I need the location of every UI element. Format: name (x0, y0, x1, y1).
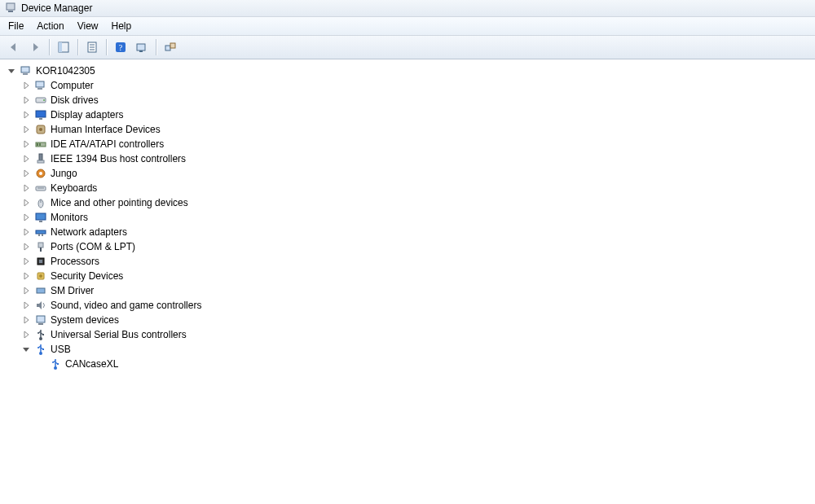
node-label: KOR1042305 (34, 64, 95, 78)
menu-help[interactable]: Help (105, 17, 139, 35)
expander-closed[interactable] (20, 138, 33, 151)
view-devices-button[interactable] (161, 37, 180, 57)
tree-node-cat-13[interactable]: Security Devices (2, 269, 813, 283)
expander-closed[interactable] (20, 94, 33, 107)
usb-icon (34, 328, 47, 341)
tree-node-cat-7[interactable]: Keyboards (2, 181, 813, 195)
node-label: Sound, video and game controllers (49, 298, 201, 313)
svg-rect-11 (139, 50, 143, 52)
tree-node-root[interactable]: KOR1042305 (2, 64, 813, 78)
title-bar: Device Manager (0, 0, 815, 17)
indent (2, 129, 20, 130)
indent (2, 364, 34, 365)
expander-open[interactable] (20, 343, 33, 356)
svg-rect-0 (7, 3, 15, 10)
node-label: Mice and other pointing devices (49, 195, 188, 210)
indent (2, 115, 20, 116)
tree-node-cat-9[interactable]: Monitors (2, 210, 813, 225)
expander-closed[interactable] (20, 167, 33, 180)
tree-node-child-18-0[interactable]: CANcaseXL (2, 357, 813, 371)
indent (2, 335, 20, 335)
tree-node-cat-2[interactable]: Display adapters (2, 107, 813, 122)
menu-label: Action (37, 20, 64, 32)
tree-node-cat-16[interactable]: System devices (2, 313, 813, 327)
expander-closed[interactable] (20, 328, 33, 341)
tree-node-cat-14[interactable]: SM Driver (2, 283, 813, 298)
expander-closed[interactable] (20, 255, 33, 268)
svg-point-19 (43, 99, 45, 101)
back-button[interactable] (4, 37, 24, 57)
menu-action[interactable]: Action (30, 17, 70, 35)
svg-rect-46 (37, 288, 45, 293)
menu-view[interactable]: View (71, 17, 105, 35)
properties-button[interactable] (82, 37, 102, 57)
svg-rect-43 (39, 260, 42, 263)
tree-node-cat-4[interactable]: IDE ATA/ATAPI controllers (2, 137, 813, 151)
show-hide-tree-button[interactable] (54, 37, 73, 57)
svg-rect-28 (37, 160, 44, 163)
forward-button[interactable] (25, 37, 45, 57)
svg-point-49 (39, 337, 42, 340)
indent (2, 305, 20, 306)
node-label: Keyboards (49, 181, 97, 195)
jungo-icon (34, 167, 47, 180)
sm-icon (34, 284, 47, 297)
expander-closed[interactable] (20, 226, 33, 239)
expander-closed[interactable] (20, 108, 33, 121)
expander-closed[interactable] (20, 152, 33, 165)
expander-open[interactable] (5, 64, 18, 77)
expander-closed[interactable] (20, 196, 33, 209)
svg-rect-14 (21, 67, 29, 72)
expander-closed[interactable] (20, 284, 33, 297)
tree-node-cat-8[interactable]: Mice and other pointing devices (2, 195, 813, 210)
security-icon (34, 270, 47, 283)
expander-closed[interactable] (20, 79, 33, 92)
node-label: Display adapters (49, 107, 123, 122)
indent (2, 144, 20, 145)
svg-point-45 (39, 274, 42, 278)
svg-point-30 (39, 172, 42, 175)
indent (2, 320, 20, 321)
menu-file[interactable]: File (2, 17, 30, 35)
tree-view[interactable]: KOR1042305ComputerDisk drivesDisplay ada… (0, 59, 815, 504)
tree-node-cat-1[interactable]: Disk drives (2, 93, 813, 107)
expander-none (34, 357, 47, 370)
firewire-icon (34, 152, 47, 165)
toolbar-separator (106, 39, 107, 55)
node-label: Network adapters (49, 225, 127, 239)
expander-closed[interactable] (20, 211, 33, 224)
indent (2, 349, 20, 350)
expander-closed[interactable] (20, 270, 33, 283)
tree-node-cat-5[interactable]: IEEE 1394 Bus host controllers (2, 151, 813, 166)
scan-hardware-button[interactable] (132, 37, 152, 57)
indent (2, 159, 20, 160)
indent (2, 85, 20, 86)
svg-rect-1 (8, 11, 13, 12)
properties-icon (86, 41, 99, 54)
node-label: Disk drives (49, 93, 99, 107)
tree-node-cat-11[interactable]: Ports (COM & LPT) (2, 239, 813, 254)
tree-node-cat-10[interactable]: Network adapters (2, 225, 813, 239)
svg-rect-51 (42, 334, 44, 335)
expander-closed[interactable] (20, 313, 33, 327)
expander-closed[interactable] (20, 123, 33, 136)
help-button[interactable]: ? (111, 37, 130, 57)
expander-closed[interactable] (20, 240, 33, 253)
tree-node-cat-17[interactable]: Universal Serial Bus controllers (2, 327, 813, 342)
expander-closed[interactable] (20, 299, 33, 312)
sound-icon (34, 299, 47, 312)
svg-rect-10 (137, 44, 145, 50)
svg-rect-38 (38, 234, 40, 236)
usb-blue-icon (49, 357, 62, 370)
keyboard-icon (34, 182, 47, 195)
tree-node-cat-12[interactable]: Processors (2, 254, 813, 269)
expander-closed[interactable] (20, 182, 33, 195)
tree-node-cat-0[interactable]: Computer (2, 78, 813, 93)
tree-node-cat-18[interactable]: USB (2, 342, 813, 357)
tree-node-cat-3[interactable]: Human Interface Devices (2, 122, 813, 137)
usb-blue-icon (34, 343, 47, 356)
indent (2, 173, 20, 174)
tree-node-cat-6[interactable]: Jungo (2, 166, 813, 181)
svg-rect-35 (36, 213, 46, 220)
tree-node-cat-15[interactable]: Sound, video and game controllers (2, 298, 813, 313)
